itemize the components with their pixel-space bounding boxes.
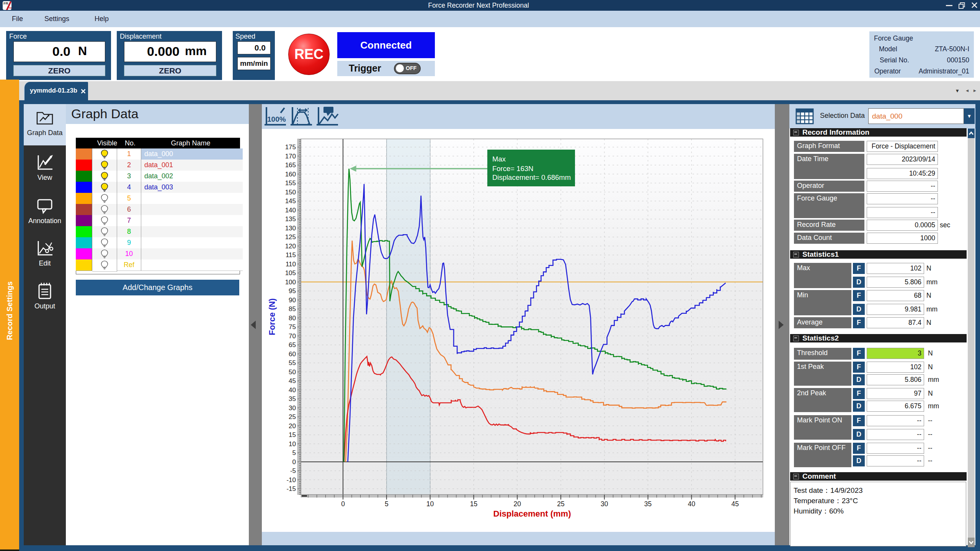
- svg-text:45: 45: [289, 377, 296, 385]
- svg-text:70: 70: [289, 333, 296, 340]
- svg-text:10: 10: [426, 500, 434, 508]
- svg-text:35: 35: [644, 500, 652, 508]
- svg-text:140: 140: [285, 207, 296, 214]
- svg-text:60: 60: [289, 350, 296, 358]
- svg-text:130: 130: [285, 225, 296, 232]
- svg-text:95: 95: [289, 287, 296, 295]
- svg-text:15: 15: [470, 500, 477, 508]
- svg-text:145: 145: [285, 197, 296, 205]
- svg-text:175: 175: [285, 143, 296, 151]
- svg-text:Max: Max: [492, 155, 506, 163]
- svg-text:25: 25: [557, 500, 564, 508]
- svg-text:170: 170: [285, 153, 296, 160]
- svg-text:Displacement= 0.686mm: Displacement= 0.686mm: [492, 173, 571, 181]
- svg-text:165: 165: [285, 161, 296, 169]
- svg-text:Force (N): Force (N): [267, 298, 277, 336]
- svg-text:5: 5: [385, 500, 389, 508]
- svg-text:135: 135: [285, 215, 296, 223]
- svg-text:155: 155: [285, 179, 296, 187]
- svg-text:160: 160: [285, 171, 296, 178]
- svg-text:-5: -5: [290, 467, 296, 474]
- svg-text:115: 115: [286, 251, 296, 259]
- svg-text:125: 125: [285, 233, 296, 241]
- svg-text:10: 10: [289, 440, 296, 448]
- svg-text:0: 0: [292, 458, 296, 466]
- svg-text:150: 150: [285, 189, 296, 196]
- svg-text:30: 30: [289, 404, 296, 412]
- svg-text:75: 75: [289, 323, 296, 331]
- svg-text:50: 50: [289, 368, 296, 376]
- svg-text:40: 40: [289, 386, 296, 394]
- svg-text:120: 120: [285, 243, 296, 250]
- svg-text:55: 55: [289, 359, 296, 367]
- svg-text:45: 45: [731, 500, 738, 508]
- svg-text:25: 25: [289, 413, 296, 421]
- svg-text:100: 100: [285, 279, 296, 286]
- svg-text:Displacement (mm): Displacement (mm): [493, 509, 571, 518]
- svg-text:90: 90: [289, 297, 296, 304]
- svg-text:-15: -15: [286, 485, 296, 492]
- svg-text:5: 5: [292, 449, 296, 456]
- svg-text:85: 85: [289, 305, 296, 313]
- svg-text:65: 65: [289, 341, 296, 349]
- svg-text:20: 20: [289, 422, 296, 430]
- svg-text:110: 110: [286, 261, 296, 268]
- svg-text:0: 0: [341, 500, 345, 508]
- svg-text:80: 80: [289, 315, 296, 322]
- svg-text:30: 30: [601, 500, 608, 508]
- svg-text:-10: -10: [286, 476, 296, 484]
- svg-text:Force= 163N: Force= 163N: [492, 165, 533, 173]
- svg-text:20: 20: [513, 500, 521, 508]
- svg-text:105: 105: [285, 269, 296, 277]
- svg-text:35: 35: [289, 395, 296, 403]
- svg-text:15: 15: [289, 431, 296, 439]
- svg-text:40: 40: [688, 500, 696, 508]
